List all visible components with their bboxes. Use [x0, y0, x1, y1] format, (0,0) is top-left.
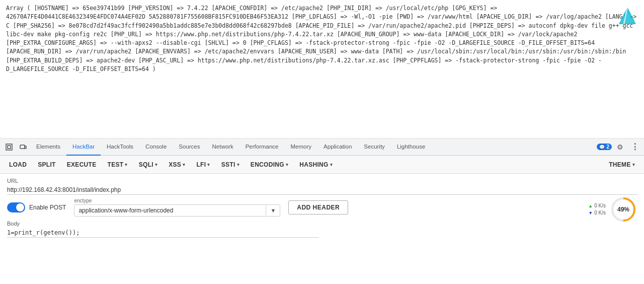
upload-speed: 0 K/s: [594, 202, 606, 209]
gear-icon: ⚙: [617, 143, 623, 151]
network-widget: ▲ 0 K/s ▼ 0 K/s 49%: [588, 196, 637, 223]
test-button[interactable]: TEST ▾: [103, 159, 133, 170]
body-input[interactable]: [7, 228, 319, 238]
test-caret: ▾: [125, 162, 127, 167]
post-row: Enable POST enctype application/x-www-fo…: [7, 198, 637, 217]
body-section: Body: [7, 221, 637, 238]
lfi-caret: ▾: [207, 162, 210, 167]
main-content: URL ▲ 0 K/s ▼ 0 K/s: [0, 174, 644, 242]
add-header-button[interactable]: ADD HEADER: [288, 200, 348, 215]
tab-memory[interactable]: Memory: [285, 138, 318, 156]
tab-network[interactable]: Network: [206, 138, 239, 156]
tab-application[interactable]: Application: [317, 138, 358, 156]
enable-post-label: Enable POST: [29, 204, 66, 211]
speed-stats: ▲ 0 K/s ▼ 0 K/s: [588, 202, 606, 217]
url-section: URL: [7, 178, 637, 195]
enctype-group: enctype application/x-www-form-urlencode…: [74, 198, 280, 217]
devtools-tab-bar: Elements HackBar HackTools Console Sourc…: [0, 138, 644, 156]
load-button[interactable]: LOAD: [4, 159, 32, 170]
body-label: Body: [7, 221, 637, 227]
logo-icon: [617, 5, 638, 26]
sqli-button[interactable]: SQLI ▾: [134, 159, 163, 170]
url-label: URL: [7, 178, 637, 184]
enctype-select-wrapper: application/x-www-form-urlencoded multip…: [74, 204, 280, 217]
tab-hacktools[interactable]: HackTools: [101, 138, 139, 156]
encoding-button[interactable]: ENCODING ▾: [246, 159, 293, 170]
tab-security[interactable]: Security: [358, 138, 391, 156]
download-speed: 0 K/s: [594, 209, 606, 217]
more-btn[interactable]: ⋮: [628, 140, 642, 154]
output-area: Array ( [HOSTNAME] => 65ee39741b99 [PHP_…: [0, 0, 644, 138]
theme-button[interactable]: THEME ▾: [604, 159, 640, 170]
download-speed-row: ▼ 0 K/s: [588, 209, 606, 217]
settings-btn[interactable]: ⚙: [613, 140, 627, 154]
tab-hackbar[interactable]: HackBar: [66, 138, 101, 156]
enctype-select[interactable]: application/x-www-form-urlencoded multip…: [74, 205, 266, 216]
enctype-dropdown-icon[interactable]: ▼: [266, 205, 280, 216]
upload-speed-row: ▲ 0 K/s: [588, 202, 606, 209]
execute-button[interactable]: EXECUTE: [62, 159, 102, 170]
svg-rect-4: [8, 146, 11, 149]
svg-rect-3: [6, 144, 12, 150]
tab-performance[interactable]: Performance: [239, 138, 285, 156]
ssti-button[interactable]: SSTI ▾: [216, 159, 245, 170]
hackbar-toolbar: LOAD SPLIT EXECUTE TEST ▾ SQLI ▾ XSS ▾ L…: [0, 156, 644, 174]
sqli-caret: ▾: [155, 162, 157, 167]
progress-circle: 49%: [610, 196, 637, 223]
theme-caret: ▾: [632, 162, 635, 167]
device-icon: [19, 143, 27, 151]
encoding-caret: ▾: [286, 162, 288, 167]
logo-area: [617, 5, 638, 29]
split-button[interactable]: SPLIT: [33, 159, 61, 170]
lfi-button[interactable]: LFI ▾: [191, 159, 215, 170]
download-arrow-icon: ▼: [588, 210, 593, 217]
hashing-caret: ▾: [330, 162, 333, 167]
tab-sources[interactable]: Sources: [173, 138, 206, 156]
progress-text: 49%: [617, 206, 629, 213]
enable-post-toggle[interactable]: [7, 202, 25, 212]
hashing-button[interactable]: HASHING ▾: [294, 159, 338, 170]
inspect-icon-btn[interactable]: [2, 140, 16, 154]
upload-arrow-icon: ▲: [588, 203, 593, 209]
console-badge: 💬 2: [597, 144, 612, 150]
tab-elements[interactable]: Elements: [30, 138, 66, 156]
more-icon: ⋮: [631, 142, 639, 152]
xss-button[interactable]: XSS ▾: [164, 159, 190, 170]
tab-console[interactable]: Console: [139, 138, 173, 156]
devtools-right-icons: 💬 2 ⚙ ⋮: [597, 140, 642, 154]
tab-lighthouse[interactable]: Lighthouse: [391, 138, 431, 156]
device-icon-btn[interactable]: [16, 140, 30, 154]
ssti-caret: ▾: [237, 162, 239, 167]
enctype-label: enctype: [74, 198, 280, 203]
inspect-icon: [5, 143, 13, 151]
svg-rect-5: [20, 145, 25, 149]
post-row-container: ▲ 0 K/s ▼ 0 K/s 49%: [7, 198, 637, 217]
output-text: Array ( [HOSTNAME] => 65ee39741b99 [PHP_…: [6, 5, 636, 73]
url-input[interactable]: [7, 185, 637, 195]
xss-caret: ▾: [183, 162, 185, 167]
enable-post-group: Enable POST: [7, 202, 66, 212]
toggle-knob: [16, 203, 24, 211]
svg-rect-6: [25, 146, 26, 149]
